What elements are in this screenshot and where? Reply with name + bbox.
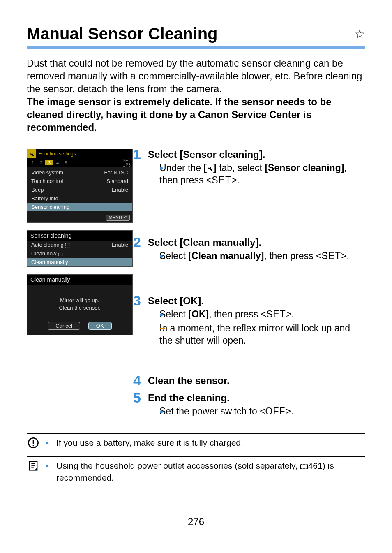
wrench-icon: [27, 149, 36, 158]
wrench-icon: [207, 165, 213, 171]
menu-label: Auto cleaning ⬚: [31, 242, 70, 248]
tab-4: 4: [53, 160, 62, 165]
step-4-title: Clean the sensor.: [148, 375, 365, 386]
menu-value: Standard: [106, 178, 128, 184]
text: , then press <: [209, 309, 266, 319]
step-3-body-2: In a moment, the reflex mirror will lock…: [159, 322, 365, 347]
ok-button: OK: [88, 322, 112, 330]
step-1: 1 Select [Sensor cleaning]. Under the []…: [148, 149, 365, 227]
text-bold: [Sensor cleaning]: [265, 162, 344, 173]
step-1-number: 1: [133, 146, 141, 162]
title-rule: [27, 46, 365, 49]
step-4: 4 Clean the sensor.: [148, 375, 365, 386]
step-3-body-1: Select [OK], then press <SET>.: [159, 308, 365, 321]
step-2: 2 Select [Clean manually]. Select [Clean…: [148, 237, 365, 285]
page-number: 276: [27, 516, 365, 528]
star-icon: ☆: [354, 27, 365, 41]
menu-row-auto-cleaning: Auto cleaning ⬚ Enable: [27, 241, 132, 249]
text-bold: [Clean manually]: [188, 250, 264, 261]
menu-row-battery-info: Battery info.: [27, 194, 132, 203]
menu-row-sensor-cleaning: Sensor cleaning: [27, 203, 132, 211]
info-note: Using the household power outlet accesso…: [27, 456, 365, 487]
text: >.: [341, 250, 349, 261]
step-2-number: 2: [133, 234, 141, 250]
text: >.: [286, 309, 294, 319]
svg-point-2: [33, 445, 34, 447]
tab-3: 3: [45, 160, 53, 165]
tab-2: 2: [37, 160, 45, 165]
step-5-body: Set the power switch to <OFF>.: [159, 405, 365, 418]
menu-label: Battery info.: [31, 195, 60, 201]
cancel-button: Cancel: [48, 322, 80, 330]
tab-numbers: 1 2 3 4 5 SET UP3: [27, 158, 132, 167]
page-title: Manual Sensor Cleaning: [27, 25, 218, 43]
text-bold: [OK]: [188, 309, 209, 319]
text: Under the: [159, 162, 203, 173]
setup-label: SET UP3: [122, 158, 131, 167]
menu-row-clean-manually: Clean manually: [27, 258, 132, 266]
menu-label: Beep: [31, 187, 44, 193]
page-ref: 461: [308, 461, 323, 470]
menu-value: Enable: [112, 187, 128, 193]
text: Set the power switch to <: [159, 406, 265, 416]
caution-note: If you use a battery, make sure it is fu…: [27, 433, 365, 452]
step-3: 3 Select [OK]. Select [OK], then press <…: [148, 295, 365, 365]
info-text: Using the household power outlet accesso…: [46, 460, 365, 484]
caution-icon: [28, 437, 39, 449]
intro-paragraph: Dust that could not be removed by the au…: [27, 57, 365, 134]
text: , then press <: [264, 250, 321, 261]
text: Using the household power outlet accesso…: [56, 461, 300, 470]
function-settings-label: Function settings: [39, 151, 76, 157]
menu-label: Sensor cleaning: [31, 204, 69, 210]
confirm-msg-line1: Mirror will go up.: [27, 297, 132, 304]
step-5: 5 End the cleaning. Set the power switch…: [148, 392, 365, 418]
menu-label: Touch control: [31, 178, 63, 184]
screen3-title: Clean manually: [27, 275, 132, 285]
intro-plain: Dust that could not be removed by the au…: [27, 58, 362, 94]
step-2-body: Select [Clean manually], then press <SET…: [159, 250, 365, 262]
tab-5: 5: [62, 160, 70, 165]
note-icon: [28, 460, 39, 472]
menu-value: Enable: [112, 242, 128, 248]
step-5-title: End the cleaning.: [148, 392, 365, 404]
set-key: SET: [321, 250, 341, 261]
menu-label: Clean manually: [31, 259, 68, 265]
menu-screen-function-settings: Function settings 1 2 3 4 5 SET UP3 Vide…: [27, 149, 133, 223]
text: Select: [159, 309, 188, 319]
step-3-title: Select [OK].: [148, 295, 365, 307]
menu-row-beep: Beep Enable: [27, 185, 132, 194]
text: >.: [231, 175, 240, 185]
text: Select: [159, 250, 188, 261]
text: tab, select: [217, 162, 265, 173]
screen2-title: Sensor cleaning: [27, 231, 132, 241]
step-1-body: Under the [] tab, select [Sensor cleanin…: [159, 162, 365, 187]
book-icon: [300, 463, 308, 470]
caution-text: If you use a battery, make sure it is fu…: [46, 437, 365, 449]
step-4-number: 4: [133, 373, 141, 389]
menu-screen-sensor-cleaning: Sensor cleaning Auto cleaning ⬚ Enable C…: [27, 230, 133, 267]
menu-row-video-system: Video system For NTSC: [27, 168, 132, 177]
menu-row-clean-now: Clean now ⬚: [27, 249, 132, 258]
step-5-number: 5: [133, 390, 141, 406]
step-3-number: 3: [133, 293, 141, 309]
text: >.: [286, 406, 294, 416]
menu-return-button: MENU ↶: [106, 215, 130, 221]
step-1-title: Select [Sensor cleaning].: [148, 149, 365, 160]
menu-value: For NTSC: [104, 169, 129, 176]
step-2-title: Select [Clean manually].: [148, 237, 365, 248]
confirm-msg-line2: Clean the sensor.: [27, 304, 132, 312]
menu-screen-clean-manually-confirm: Clean manually Mirror will go up. Clean …: [27, 274, 133, 335]
intro-bold: The image sensor is extremely delicate. …: [27, 96, 332, 133]
menu-label: Clean now ⬚: [31, 250, 63, 257]
set-key: SET: [266, 309, 286, 319]
divider: [27, 141, 365, 141]
off-key: OFF: [265, 406, 286, 416]
menu-label: Video system: [31, 169, 63, 176]
tab-1: 1: [29, 160, 37, 165]
menu-row-touch-control: Touch control Standard: [27, 177, 132, 185]
set-key: SET: [212, 175, 231, 185]
